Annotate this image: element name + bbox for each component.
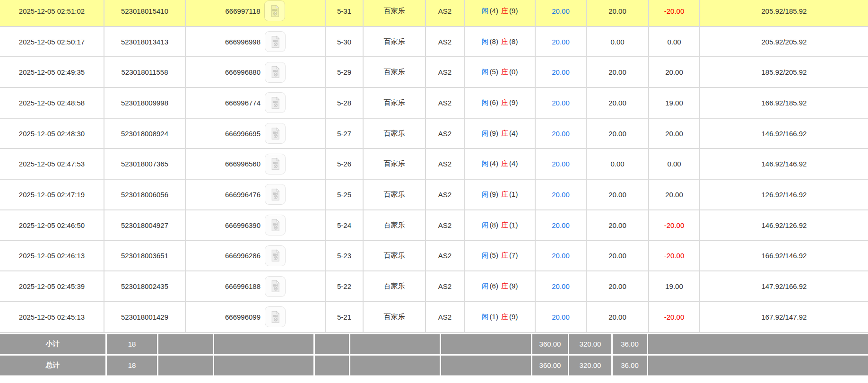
game-name: 百家乐	[363, 210, 425, 241]
game-round-id-cell: 666996998	[185, 26, 325, 57]
table-row[interactable]: 2025-12-05 02:46:50 523018004927 6669963…	[0, 210, 868, 241]
video-replay-button[interactable]	[265, 306, 286, 327]
video-file-icon	[269, 127, 282, 140]
banker-label: 庄	[501, 7, 509, 15]
bet-time: 2025-12-05 02:50:17	[0, 26, 104, 57]
table-row[interactable]: 2025-12-05 02:50:17 523018013413 6669969…	[0, 26, 868, 57]
video-file-icon	[269, 280, 282, 293]
valid-amount: 20.00	[586, 241, 649, 271]
table-code: AS2	[425, 26, 464, 57]
game-round-id-cell: 666996099	[185, 302, 325, 332]
player-label: 闲	[481, 98, 489, 106]
summary-bet-total: 360.00	[532, 355, 569, 376]
balance-before-after: 146.92/146.92	[700, 148, 868, 179]
balance-before-after: 147.92/166.92	[700, 271, 868, 302]
round-number: 5-29	[325, 57, 363, 87]
banker-label: 庄	[501, 98, 509, 106]
table-code: AS2	[425, 0, 464, 26]
banker-label: 庄	[501, 159, 509, 167]
video-replay-button[interactable]	[265, 62, 286, 83]
game-round-id-cell: 666996560	[185, 148, 325, 179]
game-id: 666996774	[225, 99, 260, 107]
table-row[interactable]: 2025-12-05 02:45:39 523018002435 6669961…	[0, 271, 868, 302]
table-row[interactable]: 2025-12-05 02:47:53 523018007365 6669965…	[0, 148, 868, 179]
game-result: 闲(6) 庄(9)	[464, 87, 535, 118]
bet-id: 523018008924	[104, 118, 185, 149]
table-code: AS2	[425, 57, 464, 87]
table-row[interactable]: 2025-12-05 02:48:58 523018009998 6669967…	[0, 87, 868, 118]
table-row[interactable]: 2025-12-05 02:45:13 523018001429 6669960…	[0, 302, 868, 332]
player-label: 闲	[481, 221, 489, 229]
game-name: 百家乐	[363, 241, 425, 271]
game-result: 闲(1) 庄(9)	[464, 302, 535, 332]
game-id: 666996476	[225, 191, 260, 199]
balance-before-after: 166.92/146.92	[700, 241, 868, 271]
bet-amount: 20.00	[535, 302, 586, 332]
game-id: 666996560	[225, 160, 260, 168]
banker-label: 庄	[501, 251, 509, 259]
table-row[interactable]: 2025-12-05 02:51:02 523018015410 6669971…	[0, 0, 868, 26]
video-replay-button[interactable]	[265, 92, 286, 113]
balance-before-after: 126.92/146.92	[700, 179, 868, 210]
balance-before-after: 166.92/185.92	[700, 87, 868, 118]
video-replay-button[interactable]	[265, 184, 286, 205]
round-number: 5-21	[325, 302, 363, 332]
win-loss-amount: 0.00	[649, 148, 700, 179]
game-result: 闲(8) 庄(1)	[464, 210, 535, 241]
game-round-id-cell: 666996390	[185, 210, 325, 241]
video-file-icon	[269, 188, 282, 201]
table-code: AS2	[425, 271, 464, 302]
table-code: AS2	[425, 179, 464, 210]
summary-label: 总计	[0, 355, 106, 376]
video-file-icon	[269, 249, 282, 262]
bet-amount: 20.00	[535, 210, 586, 241]
betting-records-screen: 2025-12-05 02:51:02 523018015410 6669971…	[0, 0, 868, 383]
video-replay-button[interactable]	[265, 154, 286, 174]
game-result: 闲(5) 庄(0)	[464, 57, 535, 87]
game-id: 666996099	[225, 313, 260, 321]
summary-balance-blank	[648, 355, 868, 376]
table-code: AS2	[425, 118, 464, 149]
bet-time: 2025-12-05 02:47:53	[0, 148, 104, 179]
game-id: 666996880	[225, 68, 260, 76]
game-id: 666996188	[225, 282, 260, 290]
valid-amount: 20.00	[586, 210, 649, 241]
table-row[interactable]: 2025-12-05 02:48:30 523018008924 6669966…	[0, 118, 868, 149]
game-result: 闲(6) 庄(9)	[464, 271, 535, 302]
bet-time: 2025-12-05 02:46:50	[0, 210, 104, 241]
valid-amount: 20.00	[586, 271, 649, 302]
table-row[interactable]: 2025-12-05 02:47:19 523018006056 6669964…	[0, 179, 868, 210]
valid-amount: 20.00	[586, 0, 649, 26]
summary-count: 18	[106, 355, 158, 376]
bet-amount: 20.00	[535, 271, 586, 302]
video-replay-button[interactable]	[265, 31, 286, 52]
game-result: 闲(4) 庄(9)	[464, 0, 535, 26]
game-name: 百家乐	[363, 26, 425, 57]
round-number: 5-23	[325, 241, 363, 271]
bet-time: 2025-12-05 02:47:19	[0, 179, 104, 210]
video-file-icon	[269, 35, 282, 48]
bet-amount: 20.00	[535, 57, 586, 87]
game-id: 666996998	[225, 38, 260, 46]
game-round-id-cell: 666996476	[185, 179, 325, 210]
video-file-icon	[269, 219, 282, 232]
valid-amount: 20.00	[586, 57, 649, 87]
player-label: 闲	[481, 251, 489, 259]
video-replay-button[interactable]	[264, 0, 285, 21]
game-result: 闲(8) 庄(8)	[464, 26, 535, 57]
game-id: 666996695	[225, 130, 260, 138]
video-replay-button[interactable]	[265, 215, 286, 235]
win-loss-amount: 19.00	[649, 87, 700, 118]
table-row[interactable]: 2025-12-05 02:46:13 523018003651 6669962…	[0, 241, 868, 271]
video-replay-button[interactable]	[265, 123, 286, 144]
video-replay-button[interactable]	[265, 276, 286, 297]
video-replay-button[interactable]	[265, 245, 286, 266]
round-number: 5-25	[325, 179, 363, 210]
table-code: AS2	[425, 241, 464, 271]
summary-win-total: 36.00	[612, 355, 648, 376]
bet-id: 523018002435	[104, 271, 185, 302]
win-loss-amount: -20.00	[649, 210, 700, 241]
balance-before-after: 205.92/185.92	[700, 0, 868, 26]
table-row[interactable]: 2025-12-05 02:49:35 523018011558 6669968…	[0, 57, 868, 87]
summary-valid-total: 320.00	[569, 333, 612, 355]
